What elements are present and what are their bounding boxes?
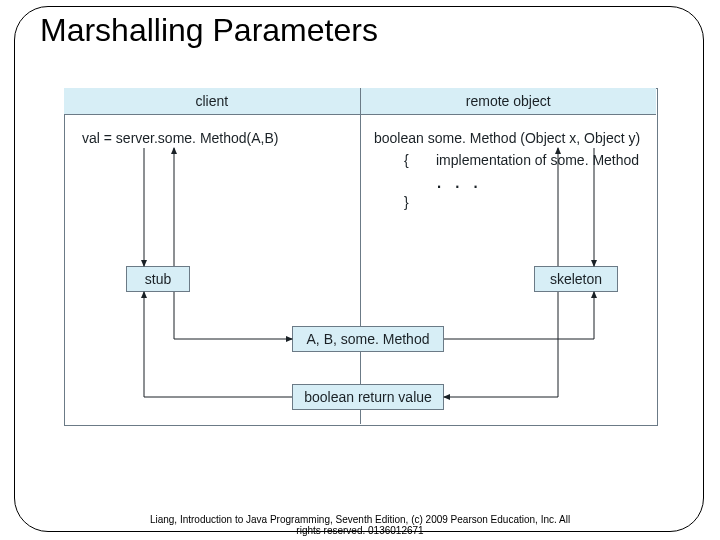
footer-line1: Liang, Introduction to Java Programming,… [150,514,570,525]
page-title: Marshalling Parameters [40,12,378,49]
footer-line2: rights reserved. 0136012671 [296,525,423,536]
client-expression: val = server.some. Method(A,B) [82,130,278,146]
brace-open: { [404,152,409,168]
header-remote: remote object [361,88,657,114]
return-box: boolean return value [292,384,444,410]
diagram: client remote object val = server.some. … [64,88,658,426]
stub-box: stub [126,266,190,292]
footer: Liang, Introduction to Java Programming,… [0,514,720,536]
args-box: A, B, some. Method [292,326,444,352]
brace-close: } [404,194,409,210]
header-client: client [64,88,361,114]
impl-label: implementation of some. Method [436,152,639,168]
remote-signature: boolean some. Method (Object x, Object y… [374,130,640,146]
skeleton-box: skeleton [534,266,618,292]
dots-icon: . . . [436,168,482,194]
vertical-divider [360,88,361,424]
